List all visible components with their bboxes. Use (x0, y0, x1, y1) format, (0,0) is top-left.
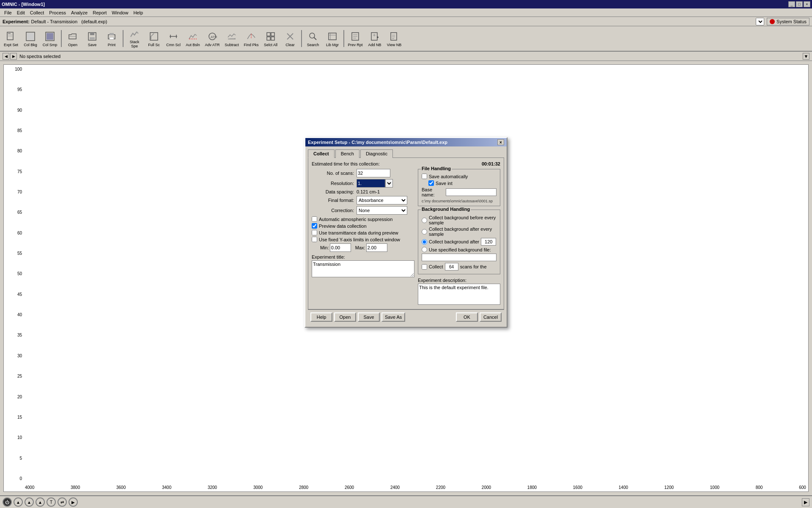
spectra-options[interactable]: ▼ (803, 53, 809, 60)
add-nb-icon (369, 30, 381, 42)
menu-edit[interactable]: Edit (14, 9, 27, 16)
correction-select[interactable]: None ATR (357, 206, 407, 215)
experiment-selector[interactable] (756, 18, 764, 25)
open-button[interactable]: Open (334, 312, 356, 322)
help-button[interactable]: Help (310, 312, 332, 322)
cmn-scl-icon (167, 30, 179, 42)
system-status[interactable]: System Status (767, 18, 809, 25)
resolution-dropdown[interactable]: ▼ (385, 179, 393, 188)
subtract-icon (226, 30, 238, 42)
toolbar-col-bkg-label: Col Bkg (24, 43, 37, 47)
autosave-path: c:\my documents\omnic\autosave\0001.sp (422, 199, 497, 203)
expt-set-icon (5, 30, 17, 42)
cancel-button[interactable]: Cancel (480, 312, 502, 322)
nav-prev[interactable]: ◀ (3, 53, 9, 60)
svg-rect-2 (8, 35, 12, 35)
save-int-checkbox[interactable] (428, 180, 434, 186)
use-transmittance-row: Use transmittance data during preview (312, 230, 414, 235)
tab-collect[interactable]: Collect (308, 149, 335, 158)
y-axis: 100 95 90 85 80 75 70 65 60 55 50 45 40 … (4, 65, 23, 483)
toolbar-selct-all[interactable]: Selct All (261, 28, 280, 50)
toolbar-search[interactable]: Search (304, 28, 322, 50)
min-input[interactable] (330, 243, 351, 252)
toolbar-save[interactable]: Save (83, 28, 102, 50)
dialog-close-button[interactable]: × (497, 139, 504, 145)
collect-before-every-row: Collect background before every sample (422, 215, 497, 225)
toolbar-view-nb[interactable]: View NB (385, 28, 403, 50)
collect-before-every-radio[interactable] (422, 218, 427, 223)
preview-data-checkbox[interactable] (312, 223, 317, 229)
status-indicator (770, 19, 775, 24)
max-label: Max: (355, 245, 365, 250)
menu-report[interactable]: Report (90, 9, 109, 16)
maximize-button[interactable]: □ (796, 1, 803, 7)
status-t[interactable]: T (47, 497, 56, 507)
status-right-arrow[interactable]: ▶ (802, 498, 809, 506)
collect-after-every-radio[interactable] (422, 229, 427, 235)
collect-scans-input[interactable] (445, 263, 458, 271)
toolbar-full-sc[interactable]: Full Sc (145, 28, 163, 50)
status-up1[interactable]: ▲ (14, 497, 23, 507)
menu-analyze[interactable]: Analyze (69, 9, 90, 16)
toolbar-aut-bsln[interactable]: Aut Bsln (184, 28, 202, 50)
toolbar-cmn-scl[interactable]: Cmn Scl (164, 28, 183, 50)
resolution-row: Resolution: ▼ (312, 179, 414, 188)
use-fixed-y-checkbox[interactable] (312, 237, 317, 242)
final-format-select[interactable]: Absorbance Transmittance Single Beam (357, 196, 407, 204)
svg-rect-7 (47, 33, 53, 40)
collect-after-value[interactable] (481, 238, 496, 246)
toolbar-open[interactable]: Open (63, 28, 82, 50)
use-transmittance-checkbox[interactable] (312, 230, 317, 235)
toolbar-col-smp[interactable]: Col Smp (41, 28, 59, 50)
no-scans-input[interactable] (357, 169, 390, 177)
toolbar-add-nb[interactable]: Add NB (365, 28, 384, 50)
toolbar-subtract[interactable]: Subtract (222, 28, 241, 50)
svg-rect-31 (329, 33, 336, 40)
tab-diagnostic[interactable]: Diagnostic (360, 149, 393, 158)
collect-after-radio[interactable] (422, 239, 427, 245)
nav-next[interactable]: ▶ (10, 53, 17, 60)
toolbar-expt-set[interactable]: Expt Set (2, 28, 20, 50)
specified-path-input[interactable] (422, 254, 497, 261)
toolbar-lib-mgr[interactable]: Lib Mgr (323, 28, 342, 50)
status-up3[interactable]: ▲ (36, 497, 45, 507)
experiment-title-section: Experiment title: Transmission (312, 254, 414, 278)
toolbar-stack-spe[interactable]: Stack Spe (125, 28, 144, 50)
menu-window[interactable]: Window (109, 9, 131, 16)
menu-help[interactable]: Help (131, 9, 145, 16)
tab-bench[interactable]: Bench (335, 149, 359, 158)
menu-file[interactable]: File (2, 9, 14, 16)
toolbar-find-pks[interactable]: Find Pks (242, 28, 261, 50)
minimize-button[interactable]: _ (788, 1, 795, 7)
toolbar-adv-atr[interactable]: ATR Adv ATR (203, 28, 222, 50)
status-arrows[interactable]: ⇄ (58, 497, 67, 507)
status-power[interactable]: ⏻ (3, 497, 12, 507)
ok-button[interactable]: OK (456, 312, 478, 322)
menu-bar: File Edit Collect Process Analyze Report… (0, 8, 812, 17)
experiment-desc-textarea[interactable]: This is the default experiment file. (418, 284, 500, 305)
data-spacing-row: Data spacing: 0.121 cm-1 (312, 189, 414, 194)
open-icon (67, 30, 79, 42)
status-play[interactable]: ▶ (69, 497, 78, 507)
toolbar-prev-rpt[interactable]: Prev Rpt (346, 28, 365, 50)
file-handling-group: File Handling Save automatically Save in… (418, 169, 500, 206)
max-input[interactable] (366, 243, 387, 252)
save-as-button[interactable]: Save As (381, 312, 405, 322)
auto-atm-checkbox[interactable] (312, 216, 317, 222)
toolbar-col-bkg[interactable]: Col Bkg (21, 28, 40, 50)
experiment-title-input[interactable]: Transmission (312, 260, 414, 277)
close-button[interactable]: × (804, 1, 810, 7)
resolution-input[interactable] (357, 179, 385, 188)
use-specified-radio[interactable] (422, 247, 427, 252)
save-button[interactable]: Save (358, 312, 380, 322)
base-name-input[interactable] (446, 188, 497, 196)
status-up2[interactable]: ▲ (25, 497, 34, 507)
save-auto-checkbox[interactable] (422, 174, 427, 179)
toolbar-clear[interactable]: Clear (281, 28, 299, 50)
menu-collect[interactable]: Collect (27, 9, 47, 16)
save-int-row: Save int (428, 180, 497, 186)
menu-process[interactable]: Process (47, 9, 69, 16)
final-format-row: Final format: Absorbance Transmittance S… (312, 196, 414, 204)
collect-checkbox[interactable] (422, 264, 427, 270)
toolbar-print[interactable]: Print (102, 28, 121, 50)
